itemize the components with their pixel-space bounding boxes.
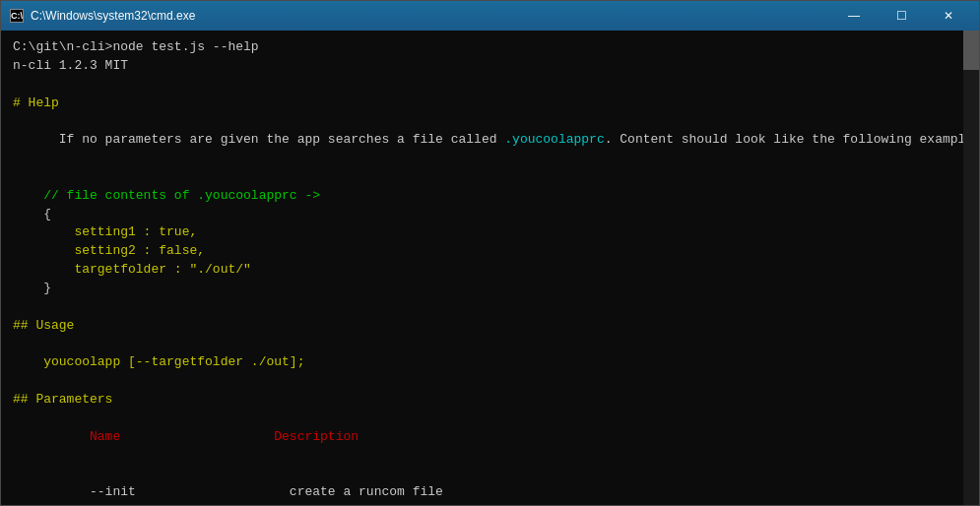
window-title: C:\Windows\system32\cmd.exe <box>31 9 831 23</box>
blank2 <box>13 168 967 187</box>
scrollbar-thumb[interactable] <box>963 31 979 70</box>
blank1 <box>13 76 967 95</box>
command-line: C:\git\n-cli>node test.js --help <box>13 38 967 57</box>
close-button[interactable]: ✕ <box>926 1 971 31</box>
help-text-prefix: If no parameters are given the app searc… <box>59 132 504 147</box>
app-icon: C:\ <box>9 8 25 24</box>
params-columns: Name Description <box>13 410 967 466</box>
titlebar: C:\ C:\Windows\system32\cmd.exe — ☐ ✕ <box>1 1 979 31</box>
setting2-line: setting2 : false, <box>13 242 967 261</box>
col-desc: Description <box>274 429 359 444</box>
usage-header: ## Usage <box>13 317 967 336</box>
help-text-line: If no parameters are given the app searc… <box>13 112 967 168</box>
help-filename: .youcoolapprc <box>504 132 604 147</box>
setting1-line: setting1 : true, <box>13 223 967 242</box>
col-name: Name <box>59 429 120 444</box>
help-text-suffix: . Content should look like the following… <box>605 132 979 147</box>
window-controls: — ☐ ✕ <box>831 1 971 31</box>
param1-name: --init <box>59 484 136 499</box>
blank5 <box>13 372 967 391</box>
minimize-button[interactable]: — <box>831 1 877 31</box>
open-brace: { <box>13 206 967 224</box>
terminal-body[interactable]: C:\git\n-cli>node test.js --help n-cli 1… <box>1 31 979 505</box>
close-brace: } <box>13 280 967 298</box>
maximize-button[interactable]: ☐ <box>879 1 924 31</box>
cmd-window: C:\ C:\Windows\system32\cmd.exe — ☐ ✕ C:… <box>0 0 980 506</box>
scrollbar[interactable] <box>963 31 979 505</box>
targetfolder-line: targetfolder : "./out/" <box>13 261 967 280</box>
comment-line: // file contents of .youcoolapprc -> <box>13 187 967 206</box>
blank4 <box>13 336 967 354</box>
help-header: # Help <box>13 95 967 113</box>
params-header: ## Parameters <box>13 391 967 410</box>
param1-line: --init create a runcom file <box>13 465 967 505</box>
version-line: n-cli 1.2.3 MIT <box>13 57 967 76</box>
blank3 <box>13 298 967 317</box>
usage-command: youcoolapp [--targetfolder ./out]; <box>13 353 967 372</box>
